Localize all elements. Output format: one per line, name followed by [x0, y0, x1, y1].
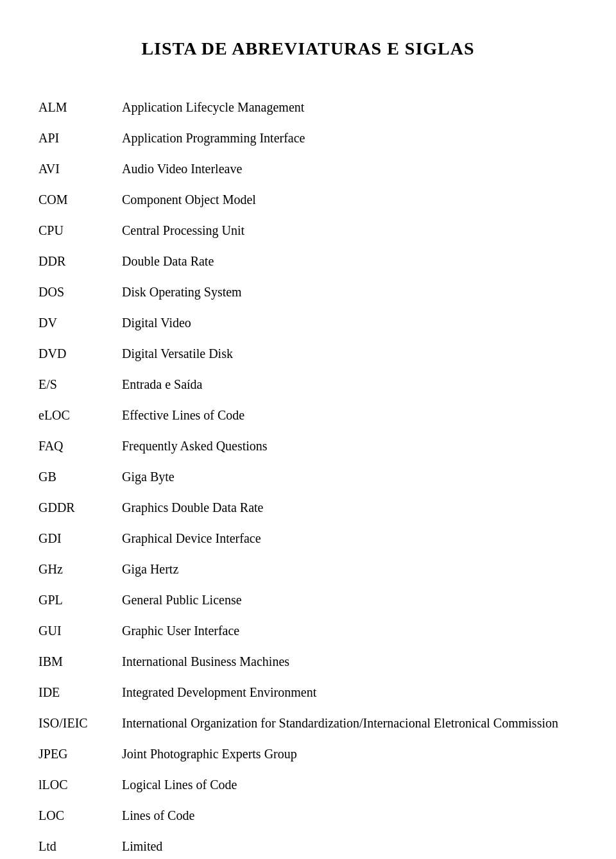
abbreviation-definition: Digital Versatile Disk	[122, 344, 578, 363]
abbreviation-definition: Application Programming Interface	[122, 128, 578, 148]
abbreviation-definition: Limited	[122, 837, 578, 856]
abbreviation-definition: Component Object Model	[122, 190, 578, 209]
abbreviation-term: DOS	[38, 282, 122, 302]
abbreviation-row: GDIGraphical Device Interface	[38, 529, 578, 553]
abbreviation-term: JPEG	[38, 744, 122, 763]
abbreviation-term: CPU	[38, 221, 122, 240]
abbreviation-term: DVD	[38, 344, 122, 363]
abbreviation-definition: Double Data Rate	[122, 251, 578, 271]
abbreviation-definition: International Organization for Standardi…	[122, 713, 578, 733]
abbreviation-row: LtdLimited	[38, 837, 578, 859]
abbreviation-row: AVIAudio Video Interleave	[38, 159, 578, 183]
abbreviation-definition: Logical Lines of Code	[122, 775, 578, 794]
abbreviation-row: E/SEntrada e Saída	[38, 375, 578, 399]
abbreviation-term: GB	[38, 467, 122, 486]
abbreviation-definition: Integrated Development Environment	[122, 683, 578, 702]
abbreviation-term: IDE	[38, 683, 122, 702]
abbreviation-row: ISO/IEICInternational Organization for S…	[38, 713, 578, 738]
abbreviation-row: eLOCEffective Lines of Code	[38, 405, 578, 430]
abbreviation-term: LOC	[38, 806, 122, 825]
abbreviation-row: GHzGiga Hertz	[38, 559, 578, 584]
abbreviation-row: GBGiga Byte	[38, 467, 578, 491]
abbreviation-term: DV	[38, 313, 122, 332]
abbreviation-definition: Entrada e Saída	[122, 375, 578, 394]
abbreviation-row: LOCLines of Code	[38, 806, 578, 830]
abbreviation-row: ALMApplication Lifecycle Management	[38, 98, 578, 122]
abbreviation-row: GUIGraphic User Interface	[38, 621, 578, 645]
abbreviation-definition: Effective Lines of Code	[122, 405, 578, 425]
abbreviation-row: lLOCLogical Lines of Code	[38, 775, 578, 799]
abbreviation-term: GUI	[38, 621, 122, 640]
page-title: LISTA DE ABREVIATURAS E SIGLAS	[38, 38, 578, 59]
abbreviation-term: Ltd	[38, 837, 122, 856]
abbreviation-definition: Frequently Asked Questions	[122, 436, 578, 455]
abbreviation-row: GDDRGraphics Double Data Rate	[38, 498, 578, 522]
abbreviation-row: IDEIntegrated Development Environment	[38, 683, 578, 707]
abbreviation-term: E/S	[38, 375, 122, 394]
abbreviation-row: IBMInternational Business Machines	[38, 652, 578, 676]
abbreviation-row: DVDigital Video	[38, 313, 578, 337]
abbreviation-row: COMComponent Object Model	[38, 190, 578, 214]
abbreviation-definition: Audio Video Interleave	[122, 159, 578, 178]
abbreviation-definition: Application Lifecycle Management	[122, 98, 578, 117]
abbreviation-term: COM	[38, 190, 122, 209]
abbreviation-row: FAQFrequently Asked Questions	[38, 436, 578, 461]
abbreviation-definition: General Public License	[122, 590, 578, 609]
abbreviation-term: AVI	[38, 159, 122, 178]
abbreviation-definition: Lines of Code	[122, 806, 578, 825]
abbreviation-row: GPLGeneral Public License	[38, 590, 578, 615]
abbreviation-definition: Digital Video	[122, 313, 578, 332]
abbreviation-row: JPEGJoint Photographic Experts Group	[38, 744, 578, 769]
abbreviation-term: API	[38, 128, 122, 148]
abbreviation-row: CPUCentral Processing Unit	[38, 221, 578, 245]
abbreviation-term: ISO/IEIC	[38, 713, 122, 733]
abbreviation-definition: Graphics Double Data Rate	[122, 498, 578, 517]
abbreviation-term: GPL	[38, 590, 122, 609]
abbreviation-definition: Graphical Device Interface	[122, 529, 578, 548]
abbreviation-term: IBM	[38, 652, 122, 671]
abbreviation-row: DVDDigital Versatile Disk	[38, 344, 578, 368]
abbreviation-definition: Central Processing Unit	[122, 221, 578, 240]
abbreviation-row: APIApplication Programming Interface	[38, 128, 578, 153]
abbreviation-definition: Disk Operating System	[122, 282, 578, 302]
abbreviation-term: GHz	[38, 559, 122, 579]
abbreviation-term: FAQ	[38, 436, 122, 455]
abbreviation-term: DDR	[38, 251, 122, 271]
abbreviation-definition: Graphic User Interface	[122, 621, 578, 640]
abbreviation-term: eLOC	[38, 405, 122, 425]
abbreviation-row: DOSDisk Operating System	[38, 282, 578, 307]
abbreviation-term: lLOC	[38, 775, 122, 794]
abbreviation-term: ALM	[38, 98, 122, 117]
abbreviation-list: ALMApplication Lifecycle ManagementAPIAp…	[38, 98, 578, 859]
abbreviation-term: GDDR	[38, 498, 122, 517]
abbreviation-row: DDRDouble Data Rate	[38, 251, 578, 276]
abbreviation-definition: Giga Byte	[122, 467, 578, 486]
abbreviation-definition: International Business Machines	[122, 652, 578, 671]
abbreviation-definition: Giga Hertz	[122, 559, 578, 579]
abbreviation-term: GDI	[38, 529, 122, 548]
abbreviation-definition: Joint Photographic Experts Group	[122, 744, 578, 763]
